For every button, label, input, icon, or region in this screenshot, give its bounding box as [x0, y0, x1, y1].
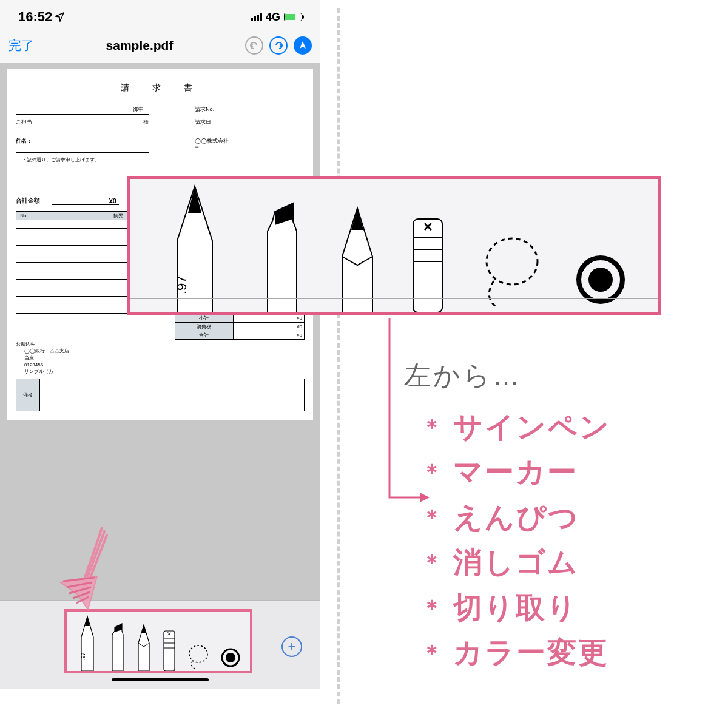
svg-point-8: [226, 653, 235, 662]
postal-label: 〒: [195, 145, 305, 153]
add-button[interactable]: +: [281, 636, 302, 657]
markup-bottom-area: .97 ✕ +: [0, 551, 320, 689]
pen-size-label: .97: [174, 275, 189, 294]
redo-button[interactable]: [269, 36, 288, 55]
markup-button[interactable]: [294, 36, 312, 55]
pen-tool-small[interactable]: .97: [75, 613, 99, 671]
invoice-title: 請 求 書: [16, 83, 305, 93]
pencil-tool-small[interactable]: [136, 622, 152, 671]
svg-point-14: [487, 238, 538, 285]
nav-bar: 完了 sample.pdf: [0, 30, 320, 63]
annotation-list: 左から… ＊サインペン ＊マーカー ＊えんぴつ ＊消しゴム ＊切り取り ＊カラー…: [404, 358, 611, 675]
company-name: ◯◯株式会社: [195, 137, 305, 145]
summary-table: 小計¥0 消費税¥0 合計¥0: [175, 314, 305, 340]
phone-screenshot: 16:52 4G 完了 sample.pdf 請 求 書 御中 請求No.: [0, 0, 320, 689]
pen-tool-large[interactable]: .97: [161, 183, 228, 312]
status-bar: 16:52 4G: [0, 0, 320, 30]
sama-label: 様: [143, 118, 149, 126]
battery-icon: [284, 13, 302, 21]
signal-icon: [251, 13, 262, 21]
annotation-item: ＊切り取り: [404, 585, 611, 630]
annotation-title: 左から…: [404, 358, 611, 394]
home-indicator: [112, 678, 209, 681]
document-title: sample.pdf: [106, 38, 174, 53]
eraser-tool-small[interactable]: ✕: [161, 625, 177, 671]
location-icon: [55, 12, 64, 22]
svg-text:✕: ✕: [167, 631, 172, 637]
eraser-tool-large[interactable]: ✕: [408, 208, 447, 312]
annotation-item: ＊カラー変更: [404, 630, 611, 675]
marker-tool-large[interactable]: [258, 197, 306, 312]
person-label: ご担当：: [16, 118, 38, 126]
svg-text:✕: ✕: [422, 220, 433, 234]
color-tool-large[interactable]: [573, 240, 628, 312]
total-label: 合計金額: [16, 197, 40, 205]
lasso-tool-small[interactable]: [186, 641, 211, 671]
network-label: 4G: [266, 11, 280, 24]
invoice-note: 下記の通り、ご請求申し上げます。: [22, 157, 305, 163]
subject-label: 件名：: [16, 137, 149, 153]
marker-tool-small[interactable]: [109, 619, 127, 671]
bank-info: お振込先 ◯◯銀行 △△支店 当座 0123456 サンプル（カ: [16, 341, 305, 375]
annotation-item: ＊消しゴム: [404, 540, 611, 585]
annotation-item: ＊マーカー: [404, 450, 611, 494]
remarks-box: 備考: [16, 379, 305, 411]
annotation-item: ＊サインペン: [404, 405, 611, 450]
lasso-tool-large[interactable]: [477, 228, 544, 312]
markup-toolbar-callout: .97 ✕: [127, 176, 661, 315]
status-time: 16:52: [18, 9, 52, 25]
invoice-date-label: 請求日: [195, 118, 305, 126]
vertical-divider: [337, 8, 340, 704]
undo-button[interactable]: [245, 36, 263, 55]
markup-toolbar-small: .97 ✕: [64, 609, 252, 673]
color-tool-small[interactable]: [220, 641, 241, 671]
svg-text:.97: .97: [80, 652, 86, 660]
svg-point-6: [189, 645, 207, 662]
annotation-item: ＊えんぴつ: [404, 495, 611, 540]
invoice-no-label: 請求No.: [195, 106, 305, 115]
col-no: No.: [16, 212, 32, 220]
svg-point-16: [588, 268, 613, 292]
total-value: ¥0: [52, 197, 119, 205]
pencil-tool-large[interactable]: [336, 204, 379, 312]
done-button[interactable]: 完了: [8, 37, 34, 54]
onchu-line: 御中: [16, 106, 149, 115]
